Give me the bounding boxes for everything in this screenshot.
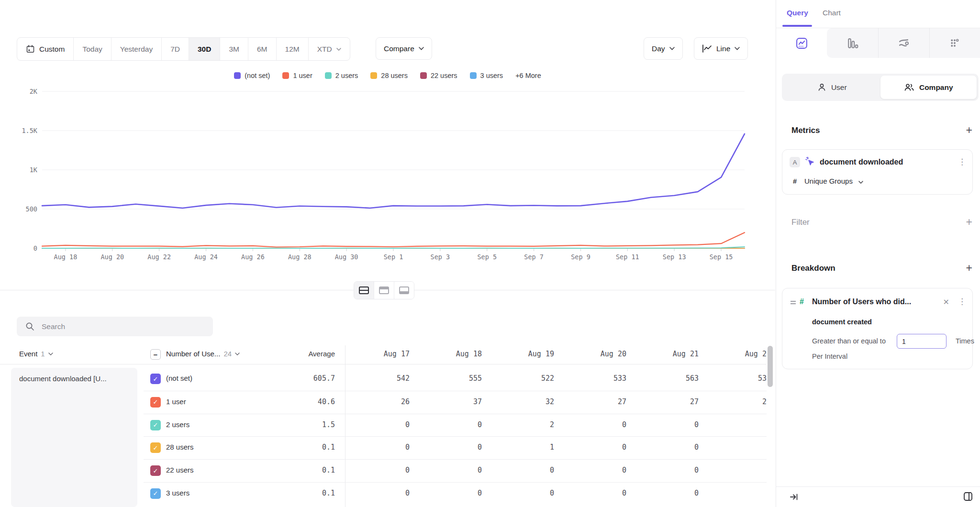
table-row[interactable]: ✓28 users0.1001000 <box>144 436 767 459</box>
cell-value: 27 <box>559 397 626 406</box>
side-panel-icon[interactable] <box>963 491 973 502</box>
chart-type-scatter-button[interactable] <box>929 28 980 58</box>
range-30d[interactable]: 30D <box>189 38 220 60</box>
chevron-down-icon <box>336 48 341 51</box>
layout-chart-only-button[interactable] <box>374 282 394 299</box>
add-filter-button[interactable]: + <box>966 217 972 228</box>
legend-item[interactable]: 1 user <box>282 72 312 79</box>
condition-value-input[interactable]: 1 <box>897 334 947 349</box>
table-row[interactable]: ✓22 users0.1000000 <box>144 459 767 482</box>
legend-item[interactable]: 3 users <box>470 72 503 79</box>
date-column-header[interactable]: Aug 17 <box>343 350 410 358</box>
range-today[interactable]: Today <box>73 38 111 60</box>
tab-chart[interactable]: Chart <box>823 9 841 17</box>
chart-type-line-button[interactable] <box>776 28 827 58</box>
date-column-header[interactable]: Aug 21 <box>632 350 699 358</box>
range-label: Yesterday <box>120 45 153 54</box>
date-column-header[interactable]: Aug 22 <box>704 350 767 358</box>
table-row[interactable]: ✓1 user40.6263732272726 <box>144 391 767 414</box>
cell-value: 0 <box>632 466 699 474</box>
line-chart[interactable]: 05001K1.5K2KAug 18Aug 20Aug 22Aug 24Aug … <box>0 88 775 267</box>
row-checkbox[interactable]: ✓ <box>150 465 161 476</box>
breakdown-card[interactable]: # Number of Users who did... ✕ ⋮ documen… <box>782 288 973 369</box>
range-6m[interactable]: 6M <box>248 38 276 60</box>
legend-item[interactable]: 22 users <box>420 72 457 79</box>
add-breakdown-button[interactable]: + <box>966 263 972 274</box>
cell-value: 26 <box>343 397 410 406</box>
search-input[interactable]: Search <box>17 317 213 336</box>
select-all-checkbox[interactable]: − <box>150 349 161 360</box>
cell-value: 0 <box>559 443 626 452</box>
cell-value: 542 <box>343 374 410 383</box>
event-list-item[interactable]: document downloaded [U... <box>11 368 137 507</box>
cell-value: 522 <box>487 374 554 383</box>
table-row[interactable]: ✓(not set)605.7542555522533563537 <box>144 368 767 391</box>
row-label: 1 user <box>166 397 186 406</box>
cell-value: 0 <box>343 466 410 474</box>
close-icon[interactable]: ✕ <box>943 298 949 307</box>
table-row[interactable]: ✓2 users1.5002000 <box>144 414 767 437</box>
chart-type-flow-button[interactable] <box>878 28 929 58</box>
row-checkbox[interactable]: ✓ <box>150 488 161 499</box>
metric-kebab-menu[interactable]: ⋮ <box>958 158 966 166</box>
cell-value: 0 <box>704 420 767 429</box>
chevron-down-icon <box>735 47 740 50</box>
row-checkbox[interactable]: ✓ <box>150 442 161 453</box>
metric-card[interactable]: A document downloaded ⋮ # Unique Groups <box>782 149 973 195</box>
date-column-header[interactable]: Aug 20 <box>559 350 626 358</box>
table-row[interactable]: ✓3 users0.1000000 <box>144 482 767 505</box>
filter-heading: Filter <box>791 218 810 227</box>
average-column-header[interactable]: Average <box>268 350 335 358</box>
range-custom[interactable]: Custom <box>17 38 73 60</box>
row-checkbox[interactable]: ✓ <box>150 420 161 430</box>
row-checkbox[interactable]: ✓ <box>150 374 161 384</box>
split-view-icon <box>359 287 369 294</box>
breakdown-kebab-menu[interactable]: ⋮ <box>958 298 966 306</box>
legend-item[interactable]: (not set) <box>234 72 270 79</box>
cell-value: 0 <box>415 489 482 497</box>
chart-type-label: Line <box>716 44 730 53</box>
legend-label: 3 users <box>480 72 503 79</box>
date-column-header[interactable]: Aug 19 <box>487 350 554 358</box>
layout-split-button[interactable] <box>354 282 374 299</box>
average-value: 40.6 <box>268 397 335 406</box>
legend-item[interactable]: 2 users <box>325 72 358 79</box>
svg-text:Sep 1: Sep 1 <box>384 253 403 261</box>
metric-event-name[interactable]: document downloaded <box>820 158 903 166</box>
svg-text:Sep 7: Sep 7 <box>524 253 544 261</box>
range-3m[interactable]: 3M <box>220 38 248 60</box>
chart-legend: (not set)1 user2 users28 users22 users3 … <box>0 72 775 79</box>
chart-type-bar-button[interactable] <box>827 28 878 58</box>
svg-text:Sep 3: Sep 3 <box>431 253 450 261</box>
scope-user-label: User <box>831 83 847 92</box>
scope-user-option[interactable]: User <box>784 76 880 99</box>
svg-text:Aug 22: Aug 22 <box>147 253 171 261</box>
group-column-header[interactable]: Number of Use... 24 <box>166 350 240 358</box>
range-12m[interactable]: 12M <box>276 38 308 60</box>
measure-dropdown[interactable]: Unique Groups <box>804 177 863 185</box>
granularity-button[interactable]: Day <box>644 37 683 60</box>
row-label: 3 users <box>166 489 189 497</box>
breakdown-event-name: document created <box>812 318 872 326</box>
range-yesterday[interactable]: Yesterday <box>111 38 161 60</box>
cell-value: 537 <box>704 374 767 383</box>
chart-type-button[interactable]: Line <box>694 37 748 60</box>
layout-table-only-button[interactable] <box>394 282 414 299</box>
cell-value: 0 <box>704 443 767 452</box>
table-scrollbar[interactable] <box>768 346 773 387</box>
tab-query[interactable]: Query <box>787 9 808 17</box>
date-column-header[interactable]: Aug 18 <box>415 350 482 358</box>
drag-handle-icon[interactable] <box>791 301 796 306</box>
svg-text:Sep 13: Sep 13 <box>663 253 686 261</box>
scope-company-option[interactable]: Company <box>880 76 977 99</box>
row-checkbox[interactable]: ✓ <box>150 397 161 408</box>
range-7d[interactable]: 7D <box>161 38 189 60</box>
legend-item[interactable]: 28 users <box>370 72 408 79</box>
legend-more[interactable]: +6 More <box>515 72 541 79</box>
range-xtd[interactable]: XTD <box>308 38 350 60</box>
add-metric-button[interactable]: + <box>966 125 972 136</box>
cell-value: 0 <box>632 420 699 429</box>
collapse-panel-icon[interactable] <box>789 492 799 502</box>
compare-button[interactable]: Compare <box>376 37 432 60</box>
event-column-header[interactable]: Event 1 <box>19 350 53 358</box>
